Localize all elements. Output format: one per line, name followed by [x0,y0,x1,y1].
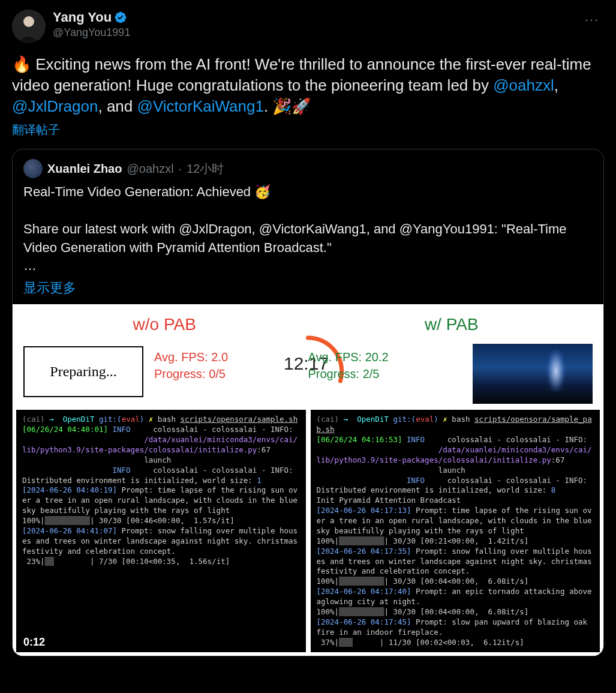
status-box-left: Preparing... [23,346,143,397]
quoted-tweet[interactable]: Xuanlei Zhao @oahzxl · 12小时 Real-Time Vi… [12,149,604,656]
verified-badge-icon [114,11,127,24]
quoted-avatar[interactable] [23,159,43,178]
stats-left: Avg. FPS: 2.0 Progress: 0/5 [154,349,228,382]
tweet-header: Yang You @YangYou1991 ··· [12,10,604,43]
quoted-timestamp[interactable]: 12小时 [187,161,224,177]
svg-point-1 [23,16,34,27]
tweet-text-post: . 🎉🚀 [264,97,311,115]
chart-comparison: w/o PAB Preparing... Avg. FPS: 2.0 Progr… [13,304,603,410]
display-name-text: Yang You [53,10,112,25]
chart-title-left: w/o PAB [21,315,308,334]
terminal-right: (cai) → OpenDiT git:(eval) ✗ bash script… [311,410,600,652]
translate-link[interactable]: 翻译帖子 [12,122,60,138]
quoted-handle[interactable]: @oahzxl [127,162,173,176]
quoted-text: Real-Time Video Generation: Achieved 🥳 S… [23,183,593,275]
tweet-text: 🔥 Exciting news from the AI front! We're… [12,54,604,117]
video-duration-badge: 0:12 [19,635,50,650]
mention-victorkaiwang1[interactable]: @VictorKaiWang1 [137,97,264,115]
media-video[interactable]: 0:12 w/o PAB Preparing... Avg. FPS: 2.0 … [13,304,603,656]
display-name[interactable]: Yang You [53,10,127,25]
more-icon[interactable]: ··· [580,10,604,30]
avatar[interactable] [12,10,46,43]
show-more-link[interactable]: 显示更多 [23,279,76,297]
mention-oahzxl[interactable]: @oahzxl [493,76,554,94]
stats-right: Avg. FPS: 20.2 Progress: 2/5 [308,349,389,382]
quoted-display-name[interactable]: Xuanlei Zhao [47,162,122,176]
terminal-left: (cai) → OpenDiT git:(eval) ✗ bash script… [16,410,306,652]
handle[interactable]: @YangYou1991 [53,26,573,39]
quoted-header: Xuanlei Zhao @oahzxl · 12小时 [23,159,593,178]
mention-jxldragon[interactable]: @JxlDragon [12,97,98,115]
chart-title-right: w/ PAB [308,315,596,334]
terminal-row: (cai) → OpenDiT git:(eval) ✗ bash script… [13,410,603,656]
preview-thumbnail [473,344,593,404]
